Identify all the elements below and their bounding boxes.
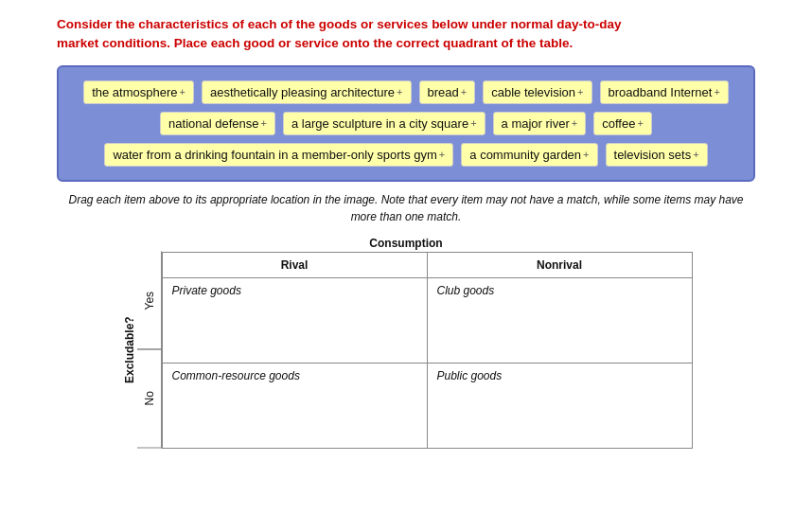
drag-item-atmosphere[interactable]: the atmosphere+ xyxy=(83,80,194,104)
excludable-label: Excludable? xyxy=(120,252,137,449)
consumption-label: Consumption xyxy=(369,237,442,250)
yes-label: Yes xyxy=(137,252,162,350)
drag-item-bread[interactable]: bread+ xyxy=(419,80,476,104)
cell-private-goods[interactable]: Private goods xyxy=(162,277,427,363)
drag-note: Drag each item above to its appropriate … xyxy=(57,191,755,225)
drag-item-architecture[interactable]: aesthetically pleasing architecture+ xyxy=(202,80,412,104)
cell-public-goods[interactable]: Public goods xyxy=(427,363,692,448)
row-excludable-yes: Private goods Club goods xyxy=(162,277,692,363)
drag-item-water-gym[interactable]: water from a drinking fountain in a memb… xyxy=(104,143,453,167)
table-outer: Excludable? Yes No Rival Nonrival Privat… xyxy=(120,252,693,449)
drag-item-cable-tv[interactable]: cable television+ xyxy=(483,80,591,104)
drag-item-broadband[interactable]: broadband Internet+ xyxy=(600,80,729,104)
drag-item-national-defense[interactable]: national defense+ xyxy=(160,112,275,135)
quadrant-table: Rival Nonrival Private goods Club goods … xyxy=(162,252,693,449)
col-nonrival-header: Nonrival xyxy=(427,252,692,277)
drag-item-garden[interactable]: a community garden+ xyxy=(461,143,597,167)
table-wrapper: Consumption Excludable? Yes No Rival Non… xyxy=(57,237,755,449)
drag-item-sculpture[interactable]: a large sculpture in a city square+ xyxy=(283,112,485,135)
no-label: No xyxy=(137,349,162,449)
cell-club-goods[interactable]: Club goods xyxy=(427,277,692,363)
instructions-text: Consider the characteristics of each of … xyxy=(57,15,755,54)
instructions-block: Consider the characteristics of each of … xyxy=(57,15,755,54)
drag-item-coffee[interactable]: coffee+ xyxy=(593,112,652,135)
drag-item-tv-sets[interactable]: television sets+ xyxy=(606,143,708,167)
cell-common-resource-goods[interactable]: Common-resource goods xyxy=(162,363,427,448)
drag-item-major-river[interactable]: a major river+ xyxy=(493,112,587,135)
drag-items-area: the atmosphere+ aesthetically pleasing a… xyxy=(57,65,755,182)
col-rival-header: Rival xyxy=(162,252,427,277)
yes-no-column: Yes No xyxy=(137,252,162,449)
row-excludable-no: Common-resource goods Public goods xyxy=(162,363,692,448)
